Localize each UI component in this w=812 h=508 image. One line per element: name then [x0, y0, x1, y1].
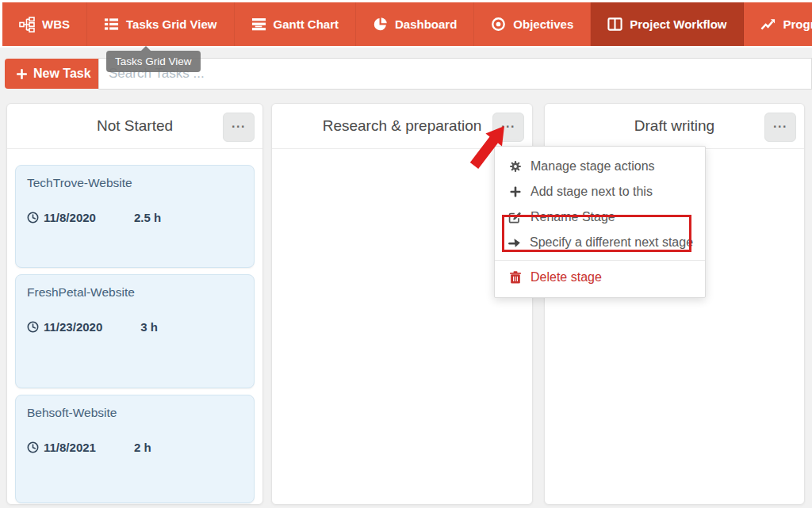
plus-icon — [508, 186, 522, 197]
plus-icon — [17, 69, 27, 79]
stage-column-header: Draft writing ... — [545, 104, 804, 149]
stage-column-header: Not Started ... — [7, 104, 262, 149]
columns-icon — [607, 17, 622, 32]
nav-tab-gantt-chart[interactable]: Gantt Chart — [235, 2, 357, 46]
menu-item-specify-next-stage[interactable]: Specify a different next stage — [495, 230, 705, 255]
nav-tab-objectives[interactable]: Objectives — [474, 2, 591, 46]
menu-item-add-stage-next[interactable]: Add stage next to this — [495, 179, 705, 204]
menu-item-rename-stage[interactable]: Rename Stage — [495, 204, 705, 230]
task-hours: 3 h — [140, 320, 158, 334]
task-date: 11/8/2020 — [44, 211, 96, 224]
menu-item-label: Rename Stage — [530, 210, 615, 224]
nav-tab-label: Progress Chart — [783, 17, 812, 31]
stage-menu-button[interactable]: ... — [223, 113, 255, 142]
task-title: FreshPetal-Website — [27, 285, 243, 300]
task-card[interactable]: Behsoft-Website 11/8/2021 2 h — [15, 395, 255, 503]
menu-item-label: Delete stage — [530, 270, 602, 285]
task-card[interactable]: TechTrove-Website 11/8/2020 2.5 h — [15, 165, 255, 268]
nav-tab-wbs[interactable]: WBS — [2, 2, 87, 46]
new-task-label: New Task — [33, 67, 91, 81]
nav-tab-progress-chart[interactable]: Progress Chart — [744, 2, 812, 46]
stage-column-not-started: Not Started ... TechTrove-Website 11/8/2… — [6, 103, 263, 505]
task-hours: 2 h — [134, 441, 151, 454]
nav-tab-label: Tasks Grid View — [126, 17, 217, 31]
line-chart-icon — [760, 17, 776, 32]
card-list: TechTrove-Website 11/8/2020 2.5 h FreshP… — [7, 149, 262, 508]
list-icon — [104, 17, 119, 32]
toolbar: New Task Tasks Grid View — [0, 48, 812, 103]
menu-separator — [495, 260, 705, 261]
nav-tab-label: Project Workflow — [630, 17, 726, 31]
nav-tab-tasks-grid-view[interactable]: Tasks Grid View — [87, 2, 235, 46]
trash-icon — [508, 271, 522, 284]
sitemap-icon — [19, 17, 35, 32]
nav-tab-project-workflow[interactable]: Project Workflow — [591, 2, 744, 46]
pie-chart-icon — [373, 17, 388, 32]
task-title: TechTrove-Website — [27, 176, 243, 190]
stage-context-menu: Manage stage actions Add stage next to t… — [494, 146, 706, 298]
nav-tab-label: Objectives — [513, 17, 573, 31]
edit-icon — [508, 211, 522, 223]
target-icon — [491, 17, 506, 32]
tooltip-tasks-grid-view: Tasks Grid View — [106, 51, 201, 72]
arrow-right-icon — [508, 237, 521, 248]
stage-column-header: Research & preparation ... — [272, 104, 532, 149]
task-meta: 11/23/2020 3 h — [27, 320, 243, 334]
task-meta: 11/8/2021 2 h — [27, 441, 243, 454]
task-hours: 2.5 h — [134, 211, 161, 224]
gantt-bars-icon — [251, 17, 266, 32]
task-card[interactable]: FreshPetal-Website 11/23/2020 3 h — [15, 274, 255, 388]
nav-tab-label: WBS — [42, 17, 70, 31]
menu-item-label: Add stage next to this — [530, 185, 653, 199]
search-tasks-input[interactable] — [98, 58, 812, 90]
task-meta: 11/8/2020 2.5 h — [27, 211, 243, 224]
stage-menu-button[interactable]: ... — [492, 113, 524, 142]
nav-tab-label: Dashboard — [395, 17, 457, 31]
menu-item-manage-stage-actions[interactable]: Manage stage actions — [495, 154, 705, 179]
clock-icon — [27, 321, 39, 333]
menu-item-delete-stage[interactable]: Delete stage — [495, 265, 705, 290]
task-title: Behsoft-Website — [27, 406, 243, 420]
gear-icon — [508, 160, 522, 173]
clock-icon — [27, 212, 39, 223]
nav-tab-dashboard[interactable]: Dashboard — [356, 2, 474, 46]
menu-item-label: Specify a different next stage — [530, 235, 693, 250]
stage-menu-button[interactable]: ... — [764, 113, 796, 142]
clock-icon — [27, 441, 39, 453]
new-task-button[interactable]: New Task — [5, 59, 103, 89]
task-date: 11/8/2021 — [44, 441, 96, 454]
task-date: 11/23/2020 — [44, 320, 102, 334]
nav-tab-label: Gantt Chart — [274, 17, 339, 31]
top-nav: WBS Tasks Grid View Gantt Chart Dashboar… — [2, 2, 812, 46]
menu-item-label: Manage stage actions — [530, 159, 655, 174]
